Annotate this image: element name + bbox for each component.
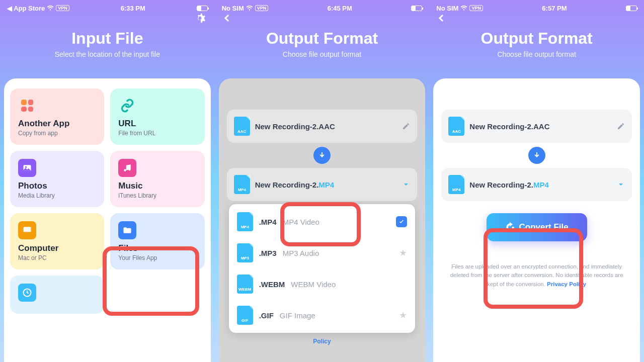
format-desc: GIF Image [280,311,393,320]
vpn-badge: VPN [469,5,483,11]
tile-another-app[interactable]: Another App Copy from app [10,88,104,145]
tile-title: Photos [18,181,96,191]
input-file-name: New Recording-2.AAC [469,122,612,131]
input-file-row: AAC New Recording-2.AAC [227,110,418,143]
star-icon[interactable]: ★ [399,247,407,258]
tile-recent[interactable] [10,276,104,314]
status-bar: No SIM VPN 6:45 PM [215,0,430,14]
file-icon: GIF [237,306,253,325]
battery-icon [197,6,208,11]
folder-icon [118,221,136,239]
battery-icon [411,6,422,11]
output-file-name: New Recording-2.MP4 [469,180,612,189]
gear-icon [193,11,207,25]
check-icon [396,216,407,227]
screen-input-file: ◀ App Store VPN 6:33 PM Input File Selec… [0,0,215,362]
status-bar: No SIM VPN 6:57 PM [429,0,644,14]
page-subtitle: Choose file output format [225,50,420,58]
file-icon: MP4 [237,212,253,231]
tile-subtitle: iTunes Library [118,192,196,199]
edit-icon[interactable] [617,122,625,130]
format-ext: .MP4 [259,218,277,226]
arrow-down-icon [528,147,545,164]
tile-title: Another App [18,119,96,129]
carrier: No SIM [222,5,244,12]
photos-icon [18,159,36,177]
policy-link[interactable]: Policy [227,336,418,345]
tile-music[interactable]: Music iTunes Library [110,151,204,207]
content-card: AAC New Recording-2.AAC MP4 New Recordin… [433,78,640,362]
wifi-icon [47,5,54,12]
tile-title: Files [118,243,196,253]
header: Output Format Choose file output format [215,14,430,68]
status-time: 6:57 PM [542,5,567,12]
format-desc: MP4 Video [283,218,390,226]
carrier: No SIM [436,5,458,12]
back-button[interactable] [435,12,447,24]
footer-text: Files are uploaded over an encrypted con… [441,253,632,292]
content-card: Another App Copy from app URL File from … [4,78,211,362]
input-file-name: New Recording-2.AAC [255,122,397,131]
convert-label: Convert File [519,222,569,232]
file-icon: MP3 [237,243,253,262]
wifi-icon [460,5,467,12]
tile-subtitle: File from URL [118,130,196,137]
output-file-row[interactable]: MP4 New Recording-2.MP4 [441,168,632,201]
page-title: Output Format [225,29,420,48]
chevron-down-icon [617,180,625,189]
chevron-down-icon [402,180,410,189]
back-button[interactable] [221,12,233,24]
content-card: AAC New Recording-2.AAC MP4 New Recordin… [219,78,426,362]
file-icon-aac: AAC [234,117,250,136]
format-option-webm[interactable]: WEBM .WEBM WEBM Video [229,268,416,300]
tile-files[interactable]: Files Your Files App [110,213,204,269]
format-option-mp3[interactable]: MP3 .MP3 MP3 Audio ★ [229,237,416,268]
format-ext: .GIF [259,311,274,320]
vpn-badge: VPN [255,5,269,11]
format-dropdown: MP4 .MP4 MP4 Video MP3 .MP3 MP3 Audio ★ … [229,204,416,333]
privacy-link[interactable]: Privacy Policy [547,281,586,287]
tile-photos[interactable]: Photos Media Library [10,151,104,207]
tile-subtitle: Copy from app [18,130,96,137]
format-desc: MP3 Audio [283,249,393,257]
tile-title: Computer [18,243,96,253]
settings-button[interactable] [193,11,207,25]
star-icon[interactable]: ★ [399,310,407,321]
chevron-left-icon [221,12,233,24]
header: Input File Select the location of the in… [0,14,215,68]
clock-icon [18,284,36,302]
status-bar: ◀ App Store VPN 6:33 PM [0,0,215,14]
wifi-icon [246,5,253,12]
screen-output-format-dropdown: No SIM VPN 6:45 PM Output Format Choose … [215,0,430,362]
file-icon-aac: AAC [448,117,464,136]
screen-output-format-convert: No SIM VPN 6:57 PM Output Format Choose … [429,0,644,362]
tile-url[interactable]: URL File from URL [110,88,204,145]
status-time: 6:45 PM [328,5,352,12]
edit-icon[interactable] [402,122,410,130]
refresh-icon [505,222,515,232]
tile-computer[interactable]: Computer Mac or PC [10,213,104,269]
page-title: Input File [10,29,205,48]
back-to-app[interactable]: ◀ App Store [7,5,45,12]
output-file-row[interactable]: MP4 New Recording-2.MP4 [227,168,418,201]
page-subtitle: Select the location of the input file [10,50,205,58]
chevron-left-icon [435,12,447,24]
output-file-name: New Recording-2.MP4 [255,180,397,189]
input-file-row: AAC New Recording-2.AAC [441,110,632,143]
convert-button[interactable]: Convert File [487,213,587,241]
battery-icon [626,6,637,11]
apps-icon [21,100,33,112]
svg-rect-2 [24,227,31,232]
svg-point-1 [25,166,27,168]
status-time: 6:33 PM [121,5,145,12]
page-title: Output Format [439,29,634,48]
link-icon [118,97,136,115]
tile-title: URL [118,119,196,129]
music-icon [118,159,136,177]
format-option-gif[interactable]: GIF .GIF GIF Image ★ [229,300,416,331]
tile-subtitle: Media Library [18,192,96,199]
format-option-mp4[interactable]: MP4 .MP4 MP4 Video [229,206,416,237]
header: Output Format Choose file output format [429,14,644,68]
arrow-down-icon [313,147,331,164]
file-icon-mp4: MP4 [234,175,250,194]
